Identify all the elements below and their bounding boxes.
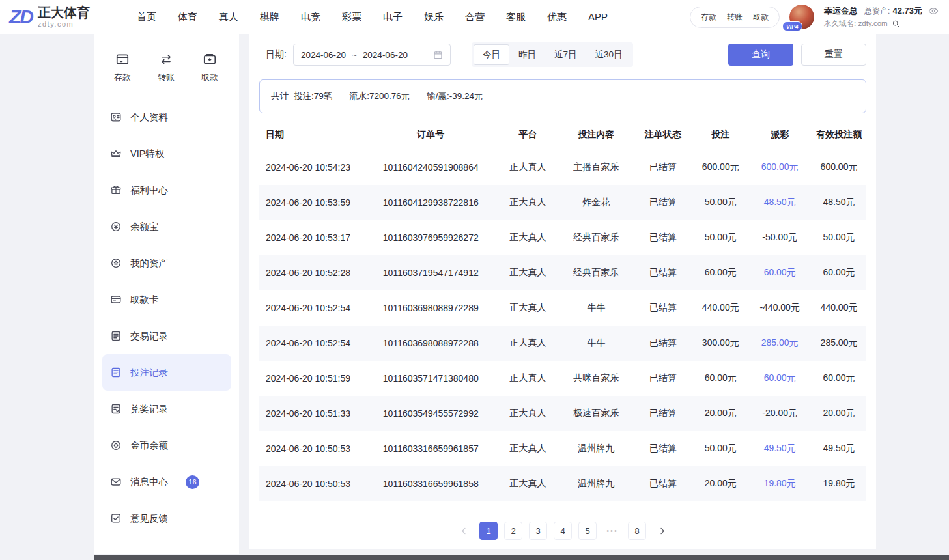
- column-header-7: 有效投注额: [812, 129, 866, 141]
- column-header-4: 注单状态: [632, 129, 693, 141]
- page-button-8[interactable]: 8: [628, 522, 646, 540]
- nav-item-9[interactable]: 客服: [506, 11, 526, 23]
- message-icon: [110, 476, 122, 488]
- status-cell: 已结算: [632, 408, 693, 419]
- table-row: 2024-06-20 10:52:541011603698088972289正大…: [259, 290, 866, 326]
- sidebar-item-4[interactable]: 我的资产: [102, 245, 231, 281]
- next-page-button[interactable]: [653, 522, 671, 540]
- assets-icon: [110, 257, 122, 269]
- payout-cell: -440.00元: [748, 302, 812, 314]
- wallet-action-2[interactable]: 取款: [753, 12, 769, 23]
- sidebar-item-1[interactable]: VIP特权: [102, 135, 231, 172]
- nav-item-7[interactable]: 娱乐: [424, 11, 444, 23]
- order-cell: 1011603698088972288: [365, 338, 496, 348]
- transfer-icon: [159, 52, 173, 66]
- bet-cell: 300.00元: [693, 337, 748, 349]
- brand-name: 正大体育: [38, 5, 90, 20]
- sidebar: 存款转账取款 个人资料VIP特权福利中心余额宝我的资产取款卡交易记录投注记录兑奖…: [94, 34, 239, 554]
- order-cell: 1011603571471380480: [365, 373, 496, 384]
- date-to[interactable]: 2024-06-20: [363, 50, 408, 60]
- sidebar-item-5[interactable]: 取款卡: [102, 281, 231, 318]
- sidebar-quick-label: 转账: [158, 72, 175, 83]
- page-button-1[interactable]: 1: [479, 522, 498, 540]
- sidebar-item-11[interactable]: 意见反馈: [102, 500, 231, 537]
- nav-item-11[interactable]: APP: [588, 11, 608, 23]
- main-nav: 首页体育真人棋牌电竞彩票电子娱乐合营客服优惠APP: [137, 11, 608, 23]
- sidebar-item-10[interactable]: 消息中心16: [102, 464, 231, 500]
- date-cell: 2024-06-20 10:52:54: [259, 303, 365, 313]
- gift-icon: [110, 184, 122, 196]
- sidebar-item-7[interactable]: 投注记录: [102, 354, 231, 391]
- range-button-2[interactable]: 近7日: [545, 44, 586, 65]
- prev-page-button[interactable]: [455, 522, 473, 540]
- content-cell: 温州牌九: [559, 443, 632, 455]
- nav-item-4[interactable]: 电竞: [301, 11, 320, 23]
- nav-item-1[interactable]: 体育: [178, 11, 197, 23]
- nav-item-0[interactable]: 首页: [137, 11, 156, 23]
- username: 幸运金总: [824, 5, 858, 17]
- sidebar-item-label: 个人资料: [130, 111, 168, 124]
- status-cell: 已结算: [632, 197, 693, 208]
- brand-domain: zdty.com: [38, 20, 90, 29]
- nav-item-3[interactable]: 棋牌: [260, 11, 279, 23]
- sidebar-item-2[interactable]: 福利中心: [102, 172, 231, 208]
- sidebar-item-0[interactable]: 个人资料: [102, 99, 231, 135]
- date-range-input[interactable]: 2024-06-20 ~ 2024-06-20: [293, 44, 451, 66]
- sidebar-quick-0[interactable]: 存款: [114, 52, 131, 83]
- search-icon[interactable]: [892, 20, 900, 28]
- withdraw-icon: [203, 52, 217, 66]
- prize-icon: [110, 403, 122, 415]
- range-button-0[interactable]: 今日: [474, 44, 509, 65]
- sidebar-item-label: 福利中心: [130, 184, 168, 197]
- sidebar-item-3[interactable]: 余额宝: [102, 208, 231, 245]
- sidebar-item-9[interactable]: 金币余额: [102, 427, 231, 464]
- sidebar-quick-label: 取款: [201, 72, 218, 83]
- query-button[interactable]: 查询: [728, 44, 793, 66]
- platform-cell: 正大真人: [496, 302, 559, 314]
- status-cell: 已结算: [632, 161, 693, 173]
- bet-cell: 20.00元: [693, 478, 748, 490]
- valid-bet-cell: 285.00元: [812, 337, 866, 349]
- nav-item-10[interactable]: 优惠: [547, 11, 567, 23]
- page-button-4[interactable]: 4: [554, 522, 572, 540]
- sidebar-quick-2[interactable]: 取款: [201, 52, 218, 83]
- calendar-icon[interactable]: [433, 50, 443, 60]
- wallet-action-0[interactable]: 存款: [701, 12, 716, 23]
- summary-box: 共计 投注:79笔 流水:7200.76元 输/赢:-39.24元: [259, 79, 866, 113]
- date-cell: 2024-06-20 10:52:54: [259, 338, 365, 348]
- reset-button[interactable]: 重置: [801, 44, 866, 66]
- eye-icon[interactable]: [928, 6, 939, 16]
- table-row: 2024-06-20 10:53:171011603976959926272正大…: [259, 220, 866, 255]
- wallet-action-1[interactable]: 转账: [727, 12, 743, 23]
- page-button-3[interactable]: 3: [529, 522, 547, 540]
- nav-item-2[interactable]: 真人: [219, 11, 238, 23]
- payout-cell: 285.00元: [748, 337, 812, 349]
- status-cell: 已结算: [632, 443, 693, 455]
- brand-logo[interactable]: ZD 正大体育 zdty.com: [9, 5, 126, 29]
- nav-item-5[interactable]: 彩票: [342, 11, 361, 23]
- order-cell: 1011603316659961858: [365, 479, 496, 489]
- bet-cell: 20.00元: [693, 408, 748, 419]
- page-layout: 存款转账取款 个人资料VIP特权福利中心余额宝我的资产取款卡交易记录投注记录兑奖…: [0, 34, 949, 555]
- nav-item-6[interactable]: 电子: [383, 11, 403, 23]
- date-from[interactable]: 2024-06-20: [301, 50, 346, 60]
- page-button-5[interactable]: 5: [578, 522, 597, 540]
- sidebar-item-8[interactable]: 兑奖记录: [102, 391, 231, 427]
- sidebar-menu: 个人资料VIP特权福利中心余额宝我的资产取款卡交易记录投注记录兑奖记录金币余额消…: [94, 95, 239, 537]
- page-button-2[interactable]: 2: [504, 522, 522, 540]
- sidebar-quick-1[interactable]: 转账: [158, 52, 175, 83]
- horizontal-scrollbar[interactable]: [94, 555, 949, 560]
- card-icon: [110, 294, 122, 305]
- payout-cell: 60.00元: [748, 372, 812, 384]
- nav-item-8[interactable]: 合营: [465, 11, 485, 23]
- content-cell: 牛牛: [559, 302, 632, 314]
- quick-range-group: 今日昨日近7日近30日: [472, 42, 634, 67]
- avatar[interactable]: VIP4: [789, 5, 814, 29]
- status-cell: 已结算: [632, 478, 693, 490]
- payout-cell: 600.00元: [748, 161, 812, 173]
- sidebar-item-6[interactable]: 交易记录: [102, 318, 231, 354]
- range-button-1[interactable]: 昨日: [509, 44, 545, 65]
- platform-cell: 正大真人: [496, 161, 559, 173]
- content-cell: 温州牌九: [559, 478, 632, 490]
- range-button-3[interactable]: 近30日: [586, 44, 631, 65]
